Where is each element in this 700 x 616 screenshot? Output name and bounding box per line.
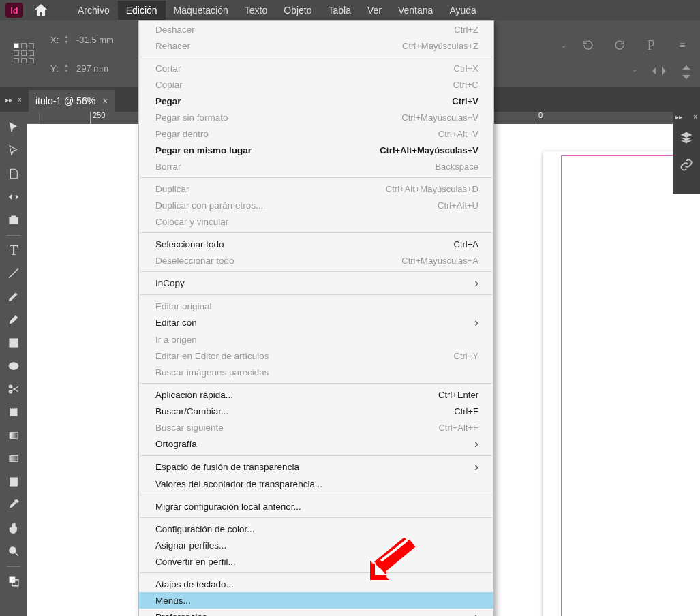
- menu-maquetacion[interactable]: Maquetación: [166, 1, 237, 20]
- menu-separator: [140, 572, 492, 573]
- menu-texto[interactable]: Texto: [237, 1, 275, 20]
- type-tool-icon[interactable]: T: [0, 238, 27, 262]
- gap-tool-icon[interactable]: [0, 185, 27, 209]
- menu-item[interactable]: Configuración de color...: [139, 521, 493, 537]
- menu-item[interactable]: Buscar/Cambiar...Ctrl+F: [139, 403, 493, 419]
- layers-panel-icon[interactable]: [673, 124, 700, 151]
- flip-vertical-icon[interactable]: [681, 65, 692, 81]
- document-tab-title: itulo-1 @ 56%: [35, 95, 95, 106]
- line-tool-icon[interactable]: [0, 262, 27, 285]
- menu-item[interactable]: Preferencias: [139, 609, 493, 616]
- eyedropper-tool-icon[interactable]: [0, 493, 27, 517]
- menu-item-label: Pegar: [155, 95, 452, 107]
- submenu-arrow-icon: [474, 461, 478, 474]
- menu-item[interactable]: Aplicación rápida...Ctrl+Enter: [139, 386, 493, 403]
- menu-separator: [140, 455, 492, 456]
- menu-item: Deseleccionar todoCtrl+Mayúsculas+A: [139, 252, 493, 268]
- menu-item[interactable]: Migrar configuración local anterior...: [139, 498, 493, 514]
- reference-point-grid[interactable]: [14, 43, 35, 65]
- menu-item-label: Ir a origen: [155, 334, 478, 345]
- submenu-arrow-icon: [474, 611, 478, 617]
- flip-horizontal-icon[interactable]: [652, 65, 666, 81]
- menu-item-shortcut: Ctrl+Z: [454, 24, 478, 35]
- selection-tool-icon[interactable]: [0, 116, 27, 139]
- gradient-swatch-tool-icon[interactable]: [0, 424, 27, 447]
- menu-ayuda[interactable]: Ayuda: [441, 1, 484, 20]
- svg-rect-6: [10, 433, 18, 439]
- rect-frame-tool-icon[interactable]: [0, 331, 27, 354]
- menu-item[interactable]: Pegar en mismo lugarCtrl+Alt+Mayúsculas+…: [139, 142, 493, 158]
- menu-ventana[interactable]: Ventana: [390, 1, 441, 20]
- menu-item: Editar en Editor de artículosCtrl+Y: [139, 348, 493, 364]
- fill-stroke-icon[interactable]: [0, 570, 27, 593]
- free-transform-tool-icon[interactable]: [0, 401, 27, 424]
- rotate-cw-icon[interactable]: [610, 35, 629, 55]
- menu-tabla[interactable]: Tabla: [320, 1, 359, 20]
- menu-item[interactable]: Ortografía: [139, 435, 493, 452]
- tool-divider: [0, 232, 27, 238]
- menu-item[interactable]: Espacio de fusión de transparencia: [139, 459, 493, 476]
- panel-menu-icon[interactable]: ≡: [673, 35, 692, 55]
- x-value[interactable]: -31.5 mm: [76, 35, 116, 45]
- submenu-arrow-icon: [474, 277, 478, 290]
- menu-item-shortcut: Ctrl+Enter: [438, 389, 478, 401]
- zoom-tool-icon[interactable]: [0, 540, 27, 563]
- character-panel-icon[interactable]: P: [641, 35, 660, 55]
- menu-item: DuplicarCtrl+Alt+Mayúsculas+D: [139, 181, 493, 197]
- hand-tool-icon[interactable]: [0, 517, 27, 540]
- page[interactable]: [543, 151, 700, 616]
- content-collector-tool-icon[interactable]: [0, 209, 27, 232]
- close-dock-icon[interactable]: ×: [693, 113, 697, 123]
- y-stepper[interactable]: [64, 60, 74, 76]
- menu-item-label: Buscar imágenes parecidas: [155, 367, 478, 378]
- rotate-ccw-icon[interactable]: [579, 35, 598, 55]
- menu-item-shortcut: Ctrl+Alt+U: [438, 200, 478, 211]
- tab-collapse-icon[interactable]: ▸▸×: [0, 87, 27, 112]
- close-icon[interactable]: ×: [102, 95, 108, 106]
- menu-separator: [140, 517, 492, 518]
- menu-item[interactable]: Asignar perfiles...: [139, 537, 493, 553]
- dropdown-1[interactable]: ⌄: [561, 42, 566, 49]
- controlbar-right-row2: ⌄: [632, 65, 692, 81]
- menu-item-shortcut: Ctrl+V: [452, 95, 478, 107]
- controlbar-right-row1: ⌄ P ≡: [561, 35, 692, 55]
- dropdown-2[interactable]: ⌄: [632, 65, 637, 81]
- pen-tool-icon[interactable]: [0, 285, 27, 308]
- menu-item-shortcut: Ctrl+Y: [454, 350, 478, 362]
- menu-objeto[interactable]: Objeto: [275, 1, 320, 20]
- x-stepper[interactable]: [64, 31, 74, 48]
- menu-item-shortcut: Ctrl+Alt+F: [438, 422, 478, 433]
- expand-panels-icon[interactable]: ▸▸: [675, 113, 682, 123]
- menu-item[interactable]: Atajos de teclado...: [139, 576, 493, 592]
- menu-item[interactable]: PegarCtrl+V: [139, 93, 493, 109]
- menu-separator: [140, 383, 492, 384]
- menu-item[interactable]: Valores del acoplador de transparencia..…: [139, 476, 493, 492]
- menu-item-label: Deshacer: [155, 24, 454, 35]
- menu-item[interactable]: Editar con: [139, 314, 493, 331]
- pencil-tool-icon[interactable]: [0, 308, 27, 331]
- scissors-tool-icon[interactable]: [0, 378, 27, 401]
- menu-item[interactable]: Seleccionar todoCtrl+A: [139, 236, 493, 252]
- menu-ver[interactable]: Ver: [359, 1, 390, 20]
- menu-item[interactable]: Menús...: [139, 592, 493, 609]
- home-icon[interactable]: [33, 2, 49, 18]
- ellipse-tool-icon[interactable]: [0, 354, 27, 378]
- gradient-feather-tool-icon[interactable]: [0, 447, 27, 470]
- page-tool-icon[interactable]: [0, 162, 27, 185]
- menu-item[interactable]: Convertir en perfil...: [139, 553, 493, 570]
- direct-selection-tool-icon[interactable]: [0, 139, 27, 162]
- document-tab[interactable]: itulo-1 @ 56% ×: [29, 90, 115, 112]
- links-panel-icon[interactable]: [673, 151, 700, 179]
- y-value[interactable]: 297 mm: [76, 63, 116, 74]
- menu-separator: [140, 294, 492, 295]
- menu-archivo[interactable]: Archivo: [70, 1, 118, 20]
- menu-item-label: Editar original: [155, 301, 478, 312]
- note-tool-icon[interactable]: [0, 470, 27, 493]
- menu-separator: [140, 57, 492, 57]
- menu-item-label: Deseleccionar todo: [155, 255, 401, 266]
- menu-item[interactable]: InCopy: [139, 275, 493, 292]
- menu-edicion[interactable]: Edición: [118, 1, 166, 20]
- ruler-corner[interactable]: [27, 112, 40, 124]
- menu-item: Buscar imágenes parecidas: [139, 364, 493, 380]
- menu-item-label: Espacio de fusión de transparencia: [155, 461, 474, 473]
